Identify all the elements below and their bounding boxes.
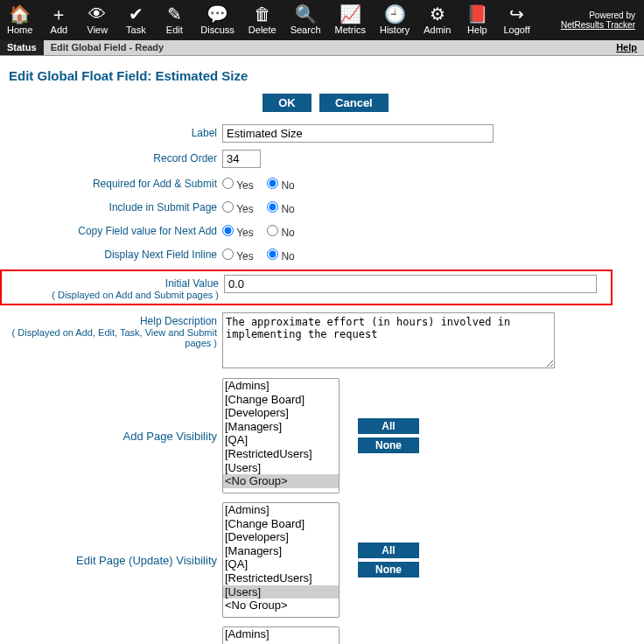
add-icon: ＋: [50, 5, 67, 23]
record-order-input[interactable]: [222, 150, 261, 168]
copy-field-label: Copy Field value for Next Add: [7, 222, 222, 237]
home-icon: 🏠: [9, 5, 31, 23]
label-input[interactable]: [222, 124, 494, 143]
view-icon: 👁: [88, 5, 106, 23]
toolbar-metrics-button[interactable]: 📈Metrics: [328, 4, 373, 37]
toolbar-logoff-button[interactable]: ↪Logoff: [496, 4, 536, 37]
inline-yes-radio[interactable]: [222, 248, 234, 260]
initial-value-input[interactable]: [224, 275, 597, 293]
main-toolbar: 🏠Home＋Add👁View✔Task✎Edit💬Discuss🗑Delete🔍…: [0, 0, 644, 40]
initial-value-highlight: Initial Value ( Displayed on Add and Sub…: [0, 270, 612, 305]
add-vis-all-button[interactable]: All: [358, 418, 419, 434]
initial-value-label: Initial Value ( Displayed on Add and Sub…: [9, 275, 224, 300]
page-title: Edit Global Float Field: Estimated Size: [9, 68, 644, 83]
edit-visibility-label: Edit Page (Update) Visibility: [7, 554, 222, 567]
discuss-icon: 💬: [206, 5, 228, 23]
include-yes-radio[interactable]: [222, 201, 234, 213]
content-area: Edit Global Float Field: Estimated Size …: [0, 56, 644, 644]
status-tab[interactable]: Status: [0, 40, 44, 55]
record-order-label: Record Order: [7, 150, 222, 164]
status-help-link[interactable]: Help: [609, 40, 644, 55]
add-vis-none-button[interactable]: None: [358, 438, 419, 453]
toolbar-admin-button[interactable]: ⚙Admin: [416, 4, 458, 37]
add-visibility-label: Add Page Visibility: [7, 430, 222, 443]
edit-icon: ✎: [167, 5, 182, 23]
add-visibility-select[interactable]: [Admins][Change Board][Developers][Manag…: [222, 378, 340, 494]
ok-button[interactable]: OK: [262, 94, 312, 112]
history-icon: 🕘: [384, 5, 406, 23]
netresults-link[interactable]: NetResults Tracker: [561, 20, 635, 30]
delete-icon: 🗑: [254, 5, 271, 23]
copy-yes-radio[interactable]: [222, 225, 234, 236]
edit-vis-all-button[interactable]: All: [358, 542, 419, 558]
toolbar-discuss-button[interactable]: 💬Discuss: [193, 4, 242, 37]
admin-icon: ⚙: [430, 5, 445, 23]
include-submit-label: Include in Submit Page: [7, 199, 222, 214]
toolbar-edit-button[interactable]: ✎Edit: [155, 4, 193, 37]
button-row: OK Cancel: [7, 94, 644, 112]
inline-no-radio[interactable]: [267, 248, 278, 260]
toolbar-help-button[interactable]: 📕Help: [458, 4, 496, 37]
task-icon: ✔: [129, 5, 144, 23]
toolbar-home-button[interactable]: 🏠Home: [0, 4, 39, 37]
cancel-button[interactable]: Cancel: [319, 94, 388, 112]
toolbar-add-button[interactable]: ＋Add: [39, 4, 78, 37]
edit-visibility-select[interactable]: [Admins][Change Board][Developers][Manag…: [222, 502, 340, 618]
required-label: Required for Add & Submit: [7, 175, 222, 190]
required-no-radio[interactable]: [267, 178, 278, 189]
toolbar-history-button[interactable]: 🕘History: [373, 4, 416, 37]
toolbar-view-button[interactable]: 👁View: [78, 4, 116, 37]
toolbar-search-button[interactable]: 🔍Search: [284, 4, 328, 37]
toolbar-task-button[interactable]: ✔Task: [116, 4, 155, 37]
help-desc-textarea[interactable]: The approximate effort (in hours) involv…: [222, 312, 555, 368]
required-yes-radio[interactable]: [222, 178, 234, 189]
logoff-icon: ↪: [509, 5, 524, 23]
help-icon: 📕: [466, 5, 488, 23]
edit-vis-none-button[interactable]: None: [358, 562, 419, 578]
copy-no-radio[interactable]: [267, 225, 278, 236]
help-desc-label: Help Description ( Displayed on Add, Edi…: [7, 312, 222, 348]
display-inline-label: Display Next Field Inline: [7, 246, 222, 261]
include-no-radio[interactable]: [267, 201, 278, 213]
third-visibility-select[interactable]: [Admins][Change Board]: [222, 626, 340, 644]
status-bar: Status Edit Global Field - Ready Help: [0, 40, 644, 56]
status-text: Edit Global Field - Ready: [44, 40, 610, 55]
toolbar-delete-button[interactable]: 🗑Delete: [242, 4, 284, 37]
label-label: Label: [7, 124, 222, 139]
powered-by: Powered byNetResults Tracker: [561, 10, 644, 30]
metrics-icon: 📈: [340, 5, 361, 23]
search-icon: 🔍: [295, 5, 317, 23]
